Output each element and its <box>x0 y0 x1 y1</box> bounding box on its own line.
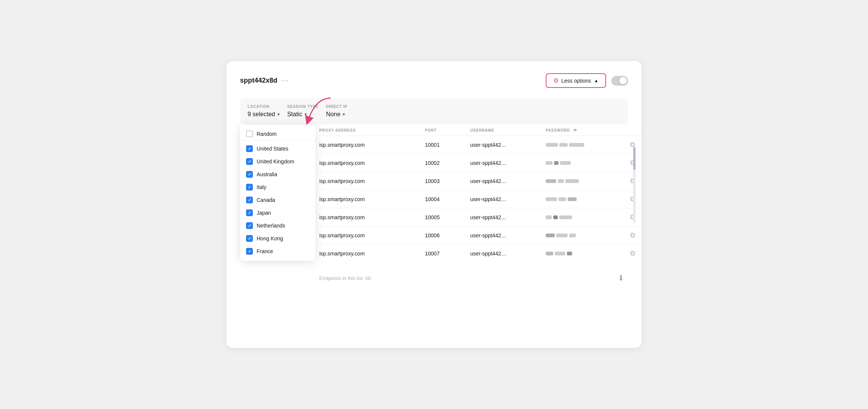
password-cell <box>546 161 621 165</box>
scrollbar-track[interactable] <box>633 147 636 223</box>
footer-area: Endpoints in this list: 50 ⬇ <box>240 270 628 283</box>
blur-block <box>558 179 564 183</box>
password-cell <box>546 234 621 237</box>
blur-block <box>559 215 572 219</box>
random-checkbox[interactable] <box>246 131 253 137</box>
col-proxy-address: PROXY ADDRESS <box>319 128 425 132</box>
copy-cell: ⧉ <box>621 177 644 185</box>
proxy-address-cell: isp.smartproxy.com <box>319 178 425 184</box>
nl-checkbox[interactable] <box>246 222 253 229</box>
blur-block <box>546 197 557 201</box>
blur-block <box>565 179 579 183</box>
hk-checkbox[interactable] <box>246 235 253 242</box>
dropdown-item-ca[interactable]: Canada <box>240 194 315 206</box>
dropdown-item-it[interactable]: Italy <box>240 181 315 194</box>
dropdown-item-nl[interactable]: Netherlands <box>240 219 315 232</box>
filter-bar: LOCATION 9 selected ▾ SESSION TYPE Stati… <box>240 98 628 125</box>
us-label: United States <box>257 146 288 152</box>
dropdown-item-uk[interactable]: United Kingdom <box>240 155 315 168</box>
copy-icon[interactable]: ⧉ <box>621 231 644 239</box>
copy-icon[interactable]: ⧉ <box>621 141 644 149</box>
blur-block <box>553 215 558 219</box>
main-card: sppt442x8d ··· ⚙ Less options ▲ LOCATION… <box>226 61 642 348</box>
copy-cell: ⧉ <box>621 141 644 149</box>
uk-checkbox[interactable] <box>246 158 253 165</box>
gear-icon: ⚙ <box>553 77 559 84</box>
it-checkbox[interactable] <box>246 184 253 191</box>
password-cell <box>546 197 621 201</box>
location-label: LOCATION <box>248 105 280 109</box>
location-value: 9 selected <box>248 111 275 118</box>
session-filter-group: SESSION TYPE Static ▾ <box>287 105 319 118</box>
header-left: sppt442x8d ··· <box>240 77 289 85</box>
port-cell: 10003 <box>425 178 470 184</box>
less-options-button[interactable]: ⚙ Less options ▲ <box>546 73 606 88</box>
port-cell: 10001 <box>425 142 470 148</box>
username-cell: user-sppt442… <box>470 196 546 202</box>
blur-block <box>560 161 571 165</box>
nl-label: Netherlands <box>257 223 285 229</box>
location-dropdown[interactable]: 9 selected ▾ <box>248 110 280 118</box>
username-cell: user-sppt442… <box>470 178 546 184</box>
table-row: isp.smartproxy.com 10004 user-sppt442… ⧉ <box>319 190 644 208</box>
copy-icon[interactable]: ⧉ <box>621 249 644 257</box>
dropdown-item-jp[interactable]: Japan <box>240 206 315 219</box>
header: sppt442x8d ··· ⚙ Less options ▲ <box>240 73 628 88</box>
au-checkbox[interactable] <box>246 171 253 178</box>
copy-cell: ⧉ <box>621 195 644 203</box>
uk-label: United Kingdom <box>257 158 294 165</box>
copy-cell: ⧉ <box>621 231 644 239</box>
chevron-up-icon: ▲ <box>594 78 599 83</box>
blur-block <box>569 234 576 237</box>
proxy-address-cell: isp.smartproxy.com <box>319 160 425 166</box>
port-cell: 10005 <box>425 214 470 220</box>
table-header: PROXY ADDRESS PORT USERNAME PASSWORD 👁 <box>319 125 644 136</box>
blur-block <box>567 252 572 255</box>
direct-ip-chevron-icon: ▾ <box>343 112 345 117</box>
proxy-address-cell: isp.smartproxy.com <box>319 196 425 202</box>
location-dropdown-overlay: Random United States United Kingdom Aust… <box>240 125 315 261</box>
table-area: PROXY ADDRESS PORT USERNAME PASSWORD 👁 i… <box>319 125 644 262</box>
toggle-switch[interactable] <box>611 76 628 86</box>
download-icon[interactable]: ⬇ <box>618 274 624 283</box>
direct-ip-label: DIRECT IP <box>326 105 348 109</box>
scrollbar-thumb[interactable] <box>633 147 636 170</box>
jp-checkbox[interactable] <box>246 209 253 216</box>
us-checkbox[interactable] <box>246 145 253 152</box>
table-row: isp.smartproxy.com 10002 user-sppt442… ⧉ <box>319 154 644 172</box>
proxy-address-cell: isp.smartproxy.com <box>319 232 425 238</box>
password-blur <box>546 252 621 255</box>
copy-icon[interactable]: ⧉ <box>621 159 644 167</box>
blur-block <box>559 143 568 147</box>
port-cell: 10002 <box>425 160 470 166</box>
dropdown-item-random[interactable]: Random <box>240 128 315 141</box>
jp-label: Japan <box>257 210 271 216</box>
blur-block <box>556 234 568 237</box>
direct-ip-dropdown[interactable]: None ▾ <box>326 110 348 118</box>
dropdown-item-us[interactable]: United States <box>240 142 315 155</box>
more-options-icon[interactable]: ··· <box>281 77 289 85</box>
col-port: PORT <box>425 128 470 132</box>
copy-cell: ⧉ <box>621 159 644 167</box>
proxy-address-cell: isp.smartproxy.com <box>319 251 425 257</box>
eye-icon[interactable]: 👁 <box>573 128 577 132</box>
dropdown-item-au[interactable]: Australia <box>240 168 315 181</box>
session-dropdown[interactable]: Static ▾ <box>287 110 319 118</box>
blur-block <box>555 252 565 255</box>
password-blur <box>546 179 621 183</box>
dropdown-item-hk[interactable]: Hong Kong <box>240 232 315 245</box>
dropdown-item-fr[interactable]: France <box>240 245 315 258</box>
session-label: SESSION TYPE <box>287 105 319 109</box>
col-actions <box>621 128 644 132</box>
blur-block <box>546 215 552 219</box>
random-label: Random <box>257 131 277 137</box>
ca-checkbox[interactable] <box>246 197 253 203</box>
copy-icon[interactable]: ⧉ <box>621 213 644 221</box>
proxy-address-cell: isp.smartproxy.com <box>319 214 425 220</box>
fr-checkbox[interactable] <box>246 248 253 255</box>
copy-icon[interactable]: ⧉ <box>621 177 644 185</box>
location-filter-group: LOCATION 9 selected ▾ <box>248 105 280 118</box>
copy-icon[interactable]: ⧉ <box>621 195 644 203</box>
blur-block <box>546 161 553 165</box>
port-cell: 10004 <box>425 196 470 202</box>
